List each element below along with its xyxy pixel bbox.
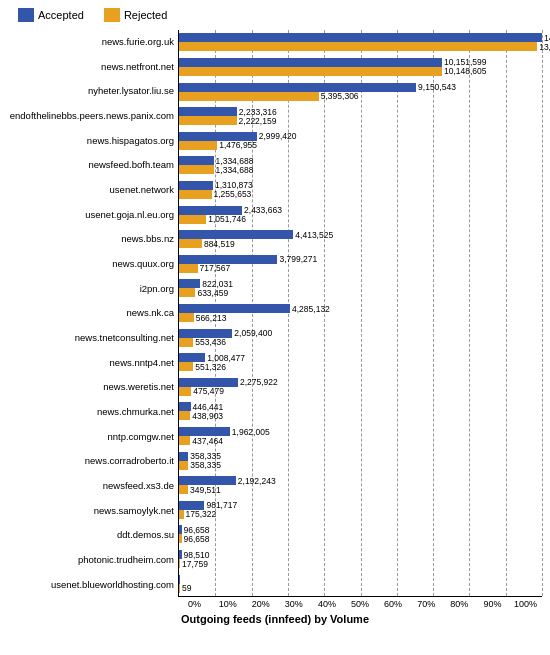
bar-rejected-value: 2,222,159 bbox=[239, 116, 277, 126]
bar-accepted: 1,310,873 bbox=[179, 181, 213, 190]
chart-area: news.furie.org.uknews.netfront.netnyhete… bbox=[8, 30, 542, 597]
bar-accepted-wrap bbox=[179, 575, 542, 584]
bar-rejected-value: 566,213 bbox=[196, 313, 227, 323]
legend-rejected-label: Rejected bbox=[124, 9, 167, 21]
bar-rejected: 2,222,159 bbox=[179, 116, 237, 125]
bar-rejected: 566,213 bbox=[179, 313, 194, 322]
bar-rejected: 1,255,653 bbox=[179, 190, 212, 199]
x-tick-label: 20% bbox=[244, 599, 277, 609]
bar-rejected-wrap: 553,436 bbox=[179, 338, 542, 347]
bar-rejected: 1,051,746 bbox=[179, 215, 206, 224]
bar-accepted-value: 3,799,271 bbox=[279, 254, 317, 264]
y-label: nyheter.lysator.liu.se bbox=[8, 79, 178, 104]
bar-rejected-value: 884,519 bbox=[204, 239, 235, 249]
bar-rejected-wrap: 17,759 bbox=[179, 559, 542, 568]
y-label: news.chmurka.net bbox=[8, 400, 178, 425]
bar-accepted: 14,010,998 bbox=[179, 33, 542, 42]
bar-row: 2,275,922475,479 bbox=[179, 375, 542, 400]
bar-rejected-value: 717,567 bbox=[200, 263, 231, 273]
bar-row: 2,999,4201,476,955 bbox=[179, 128, 542, 153]
bar-accepted: 446,441 bbox=[179, 402, 191, 411]
bar-accepted-value: 1,962,005 bbox=[232, 427, 270, 437]
y-label: newsfeed.xs3.de bbox=[8, 474, 178, 499]
y-label: news.quux.org bbox=[8, 252, 178, 277]
bar-row: 14,010,99813,824,214 bbox=[179, 30, 542, 55]
bar-row: 822,031633,459 bbox=[179, 276, 542, 301]
y-label: usenet.network bbox=[8, 178, 178, 203]
legend-accepted-label: Accepted bbox=[38, 9, 84, 21]
legend-accepted-box bbox=[18, 8, 34, 22]
bar-rejected: 96,658 bbox=[179, 534, 182, 543]
bar-rejected: 438,903 bbox=[179, 411, 190, 420]
y-label: news.hispagatos.org bbox=[8, 129, 178, 154]
bar-row: 10,151,59910,148,605 bbox=[179, 55, 542, 80]
x-tick-label: 70% bbox=[410, 599, 443, 609]
bar-accepted: 1,334,688 bbox=[179, 156, 214, 165]
bar-rejected: 717,567 bbox=[179, 264, 198, 273]
bar-rejected: 437,464 bbox=[179, 436, 190, 445]
bar-row: 1,962,005437,464 bbox=[179, 424, 542, 449]
bar-rejected: 475,479 bbox=[179, 387, 191, 396]
bar-accepted-value: 4,285,132 bbox=[292, 304, 330, 314]
bar-accepted-wrap: 2,275,922 bbox=[179, 378, 542, 387]
bar-accepted-wrap: 2,059,400 bbox=[179, 329, 542, 338]
bar-rejected: 358,335 bbox=[179, 461, 188, 470]
bar-rejected-wrap: 566,213 bbox=[179, 313, 542, 322]
bar-accepted-wrap: 3,799,271 bbox=[179, 255, 542, 264]
bar-accepted-wrap: 358,335 bbox=[179, 452, 542, 461]
x-tick-label: 30% bbox=[277, 599, 310, 609]
x-tick-label: 100% bbox=[509, 599, 542, 609]
y-label: news.bbs.nz bbox=[8, 227, 178, 252]
bar-accepted-wrap: 2,192,243 bbox=[179, 476, 542, 485]
bar-accepted-wrap: 96,658 bbox=[179, 525, 542, 534]
bar-accepted-wrap: 1,962,005 bbox=[179, 427, 542, 436]
x-tick-label: 50% bbox=[343, 599, 376, 609]
y-label: news.furie.org.uk bbox=[8, 30, 178, 55]
y-label: news.weretis.net bbox=[8, 375, 178, 400]
bar-rejected: 633,459 bbox=[179, 288, 195, 297]
bar-accepted-wrap: 446,441 bbox=[179, 402, 542, 411]
y-label: news.samoylyk.net bbox=[8, 498, 178, 523]
bar-rejected-wrap: 96,658 bbox=[179, 534, 542, 543]
bar-rejected-value: 96,658 bbox=[184, 534, 210, 544]
bar-rejected-wrap: 551,326 bbox=[179, 362, 542, 371]
bar-accepted: 96,658 bbox=[179, 525, 182, 534]
bar-rejected-value: 551,326 bbox=[195, 362, 226, 372]
bar-rejected-wrap: 1,051,746 bbox=[179, 215, 542, 224]
x-axis-labels: 0%10%20%30%40%50%60%70%80%90%100% bbox=[178, 597, 542, 609]
bar-row: 96,65896,658 bbox=[179, 522, 542, 547]
bar-accepted-wrap: 2,233,316 bbox=[179, 107, 542, 116]
bar-accepted: 10,151,599 bbox=[179, 58, 442, 67]
bar-row: 358,335358,335 bbox=[179, 448, 542, 473]
x-tick-label: 10% bbox=[211, 599, 244, 609]
bar-rejected: 349,511 bbox=[179, 485, 188, 494]
bar-rejected: 1,334,688 bbox=[179, 165, 214, 174]
y-label: news.corradroberto.it bbox=[8, 449, 178, 474]
y-label: usenet.goja.nl.eu.org bbox=[8, 203, 178, 228]
bar-accepted-value: 2,275,922 bbox=[240, 377, 278, 387]
bar-accepted-wrap: 9,150,543 bbox=[179, 83, 542, 92]
bars-area: 14,010,99813,824,21410,151,59910,148,605… bbox=[178, 30, 542, 597]
y-label: news.nntp4.net bbox=[8, 351, 178, 376]
x-tick-label: 90% bbox=[476, 599, 509, 609]
legend-rejected: Rejected bbox=[104, 8, 167, 22]
bar-row: 2,233,3162,222,159 bbox=[179, 104, 542, 129]
bar-row: 3,799,271717,567 bbox=[179, 251, 542, 276]
bar-row: 4,285,132566,213 bbox=[179, 301, 542, 326]
bar-rejected: 553,436 bbox=[179, 338, 193, 347]
bar-rejected-wrap: 349,511 bbox=[179, 485, 542, 494]
y-label: news.netfront.net bbox=[8, 55, 178, 80]
bar-row: 4,413,525884,519 bbox=[179, 227, 542, 252]
bar-rejected-wrap: 438,903 bbox=[179, 411, 542, 420]
y-label: news.tnetconsulting.net bbox=[8, 326, 178, 351]
bar-rejected-value: 437,464 bbox=[192, 436, 223, 446]
bar-accepted-wrap: 822,031 bbox=[179, 279, 542, 288]
bar-rejected-value: 1,334,688 bbox=[216, 165, 254, 175]
bar-rejected-value: 438,903 bbox=[192, 411, 223, 421]
bar-row: 98,51017,759 bbox=[179, 547, 542, 572]
bar-row: 2,433,6631,051,746 bbox=[179, 202, 542, 227]
bar-accepted-wrap: 981,717 bbox=[179, 501, 542, 510]
y-label: i2pn.org bbox=[8, 277, 178, 302]
bar-accepted bbox=[179, 575, 180, 584]
y-label: newsfeed.bofh.team bbox=[8, 153, 178, 178]
